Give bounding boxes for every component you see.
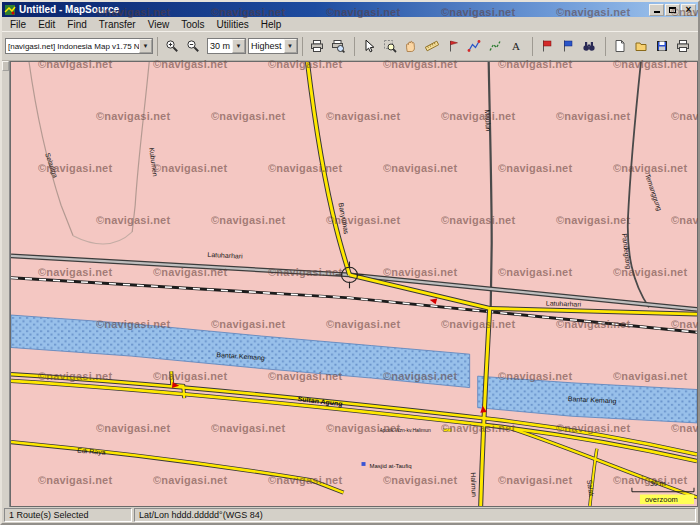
label-halimun: Halimun bbox=[470, 472, 479, 497]
find-button[interactable] bbox=[579, 37, 599, 56]
hand-tool-icon bbox=[404, 39, 418, 53]
distance-tool-icon bbox=[425, 39, 439, 53]
label-maulun: Maulun bbox=[484, 109, 492, 131]
close-button[interactable]: × bbox=[681, 4, 696, 16]
chevron-down-icon[interactable]: ▼ bbox=[284, 39, 297, 53]
tools-button-group: A bbox=[354, 37, 528, 56]
map-svg[interactable]: Banyumas Latuharhari Latuharhari Maulun … bbox=[11, 62, 697, 506]
menu-item-help[interactable]: Help bbox=[255, 19, 288, 30]
save-button[interactable] bbox=[652, 37, 672, 56]
splitter[interactable] bbox=[2, 61, 10, 507]
menu-item-tools[interactable]: Tools bbox=[175, 19, 210, 30]
minimize-button[interactable] bbox=[649, 4, 664, 16]
main-area: Banyumas Latuharhari Latuharhari Maulun … bbox=[2, 61, 698, 507]
menu-item-transfer[interactable]: Transfer bbox=[93, 19, 142, 30]
flag-end-button[interactable] bbox=[558, 37, 578, 56]
route-tool-button[interactable] bbox=[464, 37, 484, 56]
track-tool-icon bbox=[488, 39, 502, 53]
status-position-format: Lat/Lon hddd.ddddd°(WGS 84) bbox=[134, 508, 696, 522]
poi-marker[interactable] bbox=[444, 429, 452, 432]
route-tool-icon bbox=[467, 39, 481, 53]
selection-tool-button[interactable] bbox=[359, 37, 379, 56]
mapsource-window: Untitled - MapSource × FileEditFindTrans… bbox=[0, 0, 700, 525]
zoom-tool-button[interactable] bbox=[380, 37, 400, 56]
window-controls: × bbox=[649, 4, 696, 16]
new-document-icon bbox=[613, 39, 627, 53]
text-tool-button[interactable]: A bbox=[506, 37, 526, 56]
open-icon bbox=[634, 39, 648, 53]
print-map-icon bbox=[676, 39, 690, 53]
zoom-out-icon bbox=[186, 39, 200, 53]
track-tool-button[interactable] bbox=[485, 37, 505, 56]
toolbar: [navigasi.net] Indonesia Map v1.75 NT (f… bbox=[2, 31, 698, 61]
print-button-group bbox=[302, 37, 350, 56]
title-bar[interactable]: Untitled - MapSource × bbox=[2, 2, 698, 17]
waypoint-tool-button[interactable] bbox=[443, 37, 463, 56]
menu-item-edit[interactable]: Edit bbox=[32, 19, 61, 30]
window-title: Untitled - MapSource bbox=[19, 2, 646, 17]
zoom-out-button[interactable] bbox=[183, 37, 203, 56]
print-preview-icon bbox=[331, 39, 345, 53]
selection-tool-icon bbox=[362, 39, 376, 53]
status-bar: 1 Route(s) Selected Lat/Lon hddd.ddddd°(… bbox=[2, 507, 698, 523]
waypoint-tool-icon bbox=[446, 39, 460, 53]
chevron-down-icon[interactable]: ▼ bbox=[139, 39, 152, 53]
close-icon: × bbox=[686, 5, 692, 14]
svg-text:A: A bbox=[512, 40, 520, 52]
zoom-scale-value: 30 m bbox=[208, 41, 232, 51]
print-map-button[interactable] bbox=[673, 37, 693, 56]
menu-item-utilities[interactable]: Utilities bbox=[211, 19, 255, 30]
label-masjid: Masjid at-Taufiq bbox=[370, 463, 412, 469]
flag-begin-button[interactable] bbox=[537, 37, 557, 56]
open-button[interactable] bbox=[631, 37, 651, 56]
app-icon bbox=[4, 4, 16, 16]
map-canvas[interactable]: Banyumas Latuharhari Latuharhari Maulun … bbox=[10, 61, 698, 507]
map-product-value: [navigasi.net] Indonesia Map v1.75 NT (f… bbox=[6, 42, 139, 51]
zoom-scale-combo[interactable]: 30 m ▼ bbox=[207, 38, 246, 54]
splitter-button[interactable] bbox=[2, 61, 9, 71]
print-preview-button[interactable] bbox=[328, 37, 348, 56]
save-icon bbox=[655, 39, 669, 53]
print-icon bbox=[310, 39, 324, 53]
zoom-tool-icon bbox=[383, 39, 397, 53]
print-button[interactable] bbox=[307, 37, 327, 56]
maximize-icon bbox=[669, 7, 676, 13]
detail-level-combo[interactable]: Highest ▼ bbox=[248, 38, 298, 54]
flag-end-icon bbox=[561, 39, 575, 53]
chevron-down-icon[interactable]: ▼ bbox=[232, 39, 245, 53]
mosque-poi-icon[interactable] bbox=[362, 462, 366, 466]
menu-item-view[interactable]: View bbox=[142, 19, 176, 30]
text-tool-icon: A bbox=[509, 39, 523, 53]
find-icon bbox=[582, 39, 596, 53]
new-document-button[interactable] bbox=[610, 37, 630, 56]
map-product-combo[interactable]: [navigasi.net] Indonesia Map v1.75 NT (f… bbox=[5, 38, 153, 54]
menu-item-find[interactable]: Find bbox=[61, 19, 92, 30]
label-latuharhari-east: Latuharhari bbox=[546, 300, 582, 308]
zoom-button-group bbox=[157, 37, 205, 56]
overzoom-label: overzoom bbox=[645, 495, 678, 504]
label-poi-small: Apotik Wzn-kv.Halimun bbox=[380, 429, 431, 434]
file-button-group bbox=[605, 37, 695, 56]
zoom-in-icon bbox=[165, 39, 179, 53]
minimize-icon bbox=[654, 11, 660, 13]
zoom-in-button[interactable] bbox=[162, 37, 182, 56]
menu-bar: FileEditFindTransferViewToolsUtilitiesHe… bbox=[2, 17, 698, 31]
maximize-button[interactable] bbox=[665, 4, 680, 16]
scale-label: 30 m bbox=[650, 480, 666, 487]
detail-level-value: Highest bbox=[249, 41, 284, 51]
route-flags-group bbox=[532, 37, 601, 56]
flag-begin-icon bbox=[540, 39, 554, 53]
status-selection: 1 Route(s) Selected bbox=[4, 508, 132, 522]
hand-tool-button[interactable] bbox=[401, 37, 421, 56]
menu-item-file[interactable]: File bbox=[4, 19, 32, 30]
distance-tool-button[interactable] bbox=[422, 37, 442, 56]
